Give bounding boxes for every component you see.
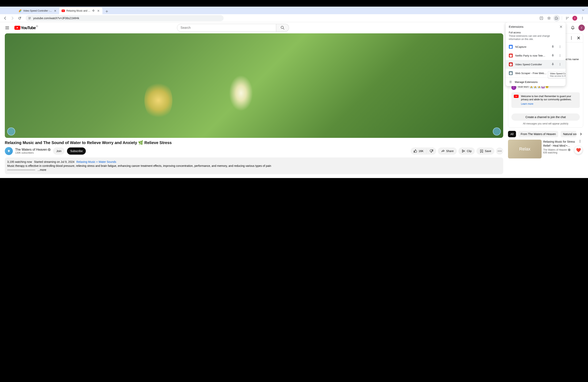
account-avatar[interactable]: I (578, 25, 585, 31)
video-thumbnail[interactable]: Relax (508, 140, 542, 158)
clip-button[interactable]: Clip (458, 148, 475, 155)
welcome-text: Welcome to live chat! Remember to guard … (521, 95, 577, 101)
channel-watermark (7, 128, 15, 135)
bookmark-button[interactable] (546, 15, 552, 21)
manage-extensions-button[interactable]: Manage Extensions (505, 77, 566, 86)
youtube-logo[interactable]: YouTube ID (14, 26, 36, 30)
svg-point-16 (571, 38, 572, 38)
extension-name: Web Scraper - Free Web… (515, 72, 548, 75)
new-tab-button[interactable] (104, 9, 110, 14)
recommended-menu-button[interactable] (578, 140, 583, 144)
svg-point-21 (580, 142, 580, 143)
browser-tab-2[interactable]: Relaxing Music and The S (59, 7, 102, 14)
chips-next-button[interactable] (579, 131, 583, 137)
search-input[interactable] (177, 24, 276, 32)
close-icon[interactable] (97, 9, 100, 12)
show-more-button[interactable]: ...more (38, 168, 46, 172)
channel-name[interactable]: The Waters of Heaven (15, 148, 51, 152)
media-control-button[interactable] (564, 15, 570, 21)
url-text: youtube.com/watch?v=JF06s21MIHk (33, 17, 79, 20)
svg-point-23 (560, 47, 560, 47)
tab-strip: 🌈 Video Speed Controller - Chro Relaxing… (0, 7, 588, 14)
tabs-dropdown[interactable] (581, 8, 586, 13)
search-form (177, 24, 289, 32)
chip-from-channel[interactable]: From The Waters of Heaven (518, 131, 558, 137)
extension-item[interactable]: ⬤ Netflix Party is now Tele… (505, 51, 566, 60)
extension-name: Netflix Party is now Tele… (515, 54, 548, 57)
browser-tab-1[interactable]: 🌈 Video Speed Controller - Chro (16, 7, 59, 14)
svg-point-34 (510, 81, 511, 82)
recommended-channel[interactable]: The Waters of Heaven (543, 149, 577, 151)
close-icon[interactable] (54, 9, 57, 12)
logo-country: ID (36, 25, 38, 27)
page-content: YouTube ID I Relaxing Music and The Soun… (0, 22, 588, 178)
svg-point-14 (501, 151, 501, 152)
svg-point-4 (582, 17, 583, 17)
pin-icon[interactable] (550, 44, 555, 49)
video-description[interactable]: 3,195 watching now Started streaming on … (5, 157, 503, 174)
tab-title: Relaxing Music and The S (66, 9, 90, 12)
extension-item[interactable]: ⬤ NCapture (505, 42, 566, 51)
chip-all[interactable]: All (508, 131, 516, 137)
chrome-menu-button[interactable] (579, 15, 586, 21)
reload-button[interactable] (17, 15, 22, 21)
share-button[interactable]: Share (438, 148, 457, 155)
rainbow-icon: 🌈 (18, 9, 21, 12)
audio-icon[interactable] (92, 9, 95, 12)
save-button[interactable]: Save (476, 148, 494, 155)
chat-welcome-banner: Welcome to live chat! Remember to guard … (511, 92, 580, 108)
description-divider: ------------------------------ (7, 168, 35, 172)
profile-button[interactable]: I (572, 15, 578, 21)
extension-name: NCapture (515, 45, 548, 48)
logo-text: YouTube (21, 26, 36, 30)
svg-point-5 (582, 18, 583, 18)
forward-button[interactable] (10, 15, 15, 21)
extension-icon: ⬤ (509, 54, 513, 57)
hashtags[interactable]: Relaxing Music + Water Sounds (76, 160, 116, 163)
join-button[interactable]: Join (53, 148, 64, 155)
pin-icon[interactable] (550, 62, 555, 67)
guide-menu-button[interactable] (3, 24, 11, 32)
svg-point-28 (560, 63, 560, 63)
address-bar: youtube.com/watch?v=JF06s21MIHk I (0, 14, 588, 22)
video-player[interactable] (5, 33, 503, 138)
recommended-video[interactable]: Relax Relaxing Music for Stress Relief -… (508, 140, 583, 158)
svg-point-15 (571, 36, 572, 37)
notifications-button[interactable] (569, 24, 577, 32)
channel-watermark[interactable] (493, 128, 501, 135)
dislike-button[interactable] (427, 148, 436, 155)
svg-point-24 (560, 47, 560, 48)
join-chat-button[interactable]: Create a channel to join the chat (511, 114, 580, 121)
extension-item[interactable]: ⬤ Video Speed Controller (505, 60, 566, 69)
video-title: Relaxing Music and The Sound of Water to… (5, 140, 503, 145)
super-chat-heart[interactable]: ❤️ (574, 146, 582, 154)
subscribe-button[interactable]: Subscribe (67, 148, 86, 155)
like-button[interactable]: 16K (411, 148, 426, 155)
back-button[interactable] (2, 15, 8, 21)
chat-options-button[interactable] (569, 36, 573, 40)
chip-natural-sounds[interactable]: Natural soun (561, 131, 576, 137)
close-popup-button[interactable] (560, 25, 562, 28)
learn-more-link[interactable]: Learn more (521, 102, 577, 105)
extension-menu-button[interactable] (558, 62, 562, 67)
chat-disclaimer: All messages you send will appear public… (508, 122, 583, 128)
search-button[interactable] (276, 24, 289, 32)
svg-point-10 (462, 150, 463, 151)
pin-icon[interactable] (550, 53, 555, 58)
section-title: Full access (509, 31, 562, 34)
manage-label: Manage Extensions (515, 80, 538, 83)
site-settings-icon[interactable] (28, 17, 31, 20)
more-actions-button[interactable] (496, 148, 503, 155)
omnibox[interactable]: youtube.com/watch?v=JF06s21MIHk (26, 15, 224, 21)
close-chat-button[interactable] (577, 36, 581, 40)
channel-avatar[interactable] (5, 147, 13, 155)
extension-menu-button[interactable] (558, 44, 562, 49)
install-button[interactable] (538, 15, 545, 21)
extensions-button[interactable] (553, 15, 560, 21)
stream-start: Started streaming on Jul 9, 2024 (34, 160, 74, 163)
svg-point-26 (560, 55, 560, 56)
svg-point-7 (281, 26, 283, 29)
youtube-icon (62, 9, 65, 12)
youtube-header: YouTube ID I (0, 22, 588, 33)
extension-menu-button[interactable] (558, 53, 562, 58)
